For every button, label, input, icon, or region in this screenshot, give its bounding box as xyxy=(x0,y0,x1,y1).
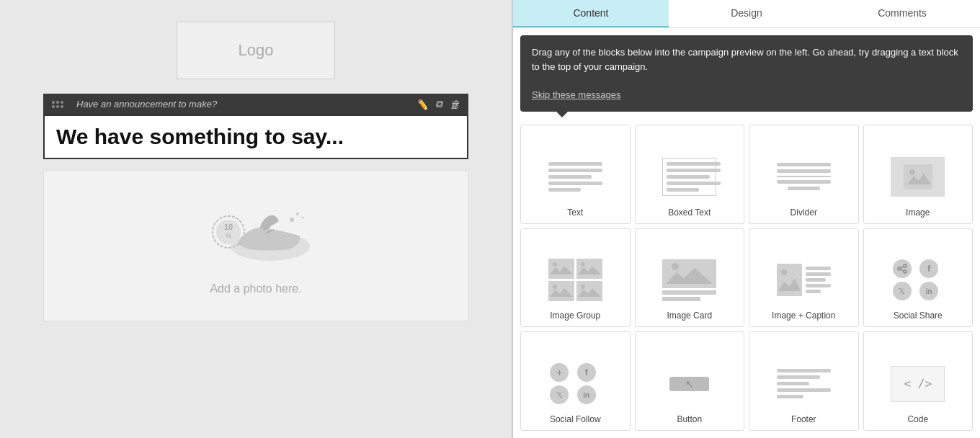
block-boxed-text-preview xyxy=(661,153,718,200)
block-image-caption-preview xyxy=(775,256,832,303)
linkedin-follow-icon: in xyxy=(577,385,596,404)
block-social-share[interactable]: f 𝕏 in Social Share xyxy=(863,228,974,328)
svg-point-19 xyxy=(581,285,585,289)
plus-icon: + xyxy=(550,363,569,382)
delete-icon[interactable]: 🗑 xyxy=(450,99,460,110)
block-boxed-text-label: Boxed Text xyxy=(668,207,710,218)
tooltip-box: Drag any of the blocks below into the ca… xyxy=(520,35,973,112)
svg-rect-14 xyxy=(576,259,602,279)
block-text-preview xyxy=(546,153,604,200)
text-block-content: We have something to say... xyxy=(43,115,468,159)
block-code-preview: < /> xyxy=(889,360,947,407)
svg-rect-16 xyxy=(548,281,574,301)
block-code[interactable]: < /> Code xyxy=(863,331,974,431)
cursor-icon: ↖ xyxy=(685,378,694,390)
svg-point-21 xyxy=(672,263,679,270)
block-button[interactable]: ↖ Button xyxy=(635,331,745,431)
share-icon xyxy=(893,259,912,278)
block-social-share-label: Social Share xyxy=(894,310,943,321)
image-placeholder-illustration: 10 % xyxy=(198,192,313,272)
logo-block: Logo xyxy=(177,22,335,79)
tab-design[interactable]: Design xyxy=(669,0,824,27)
image-placeholder-text: Add a photo here. xyxy=(210,282,301,295)
block-social-follow-preview: + f 𝕏 in xyxy=(546,360,604,407)
code-icon: < /> xyxy=(891,366,945,402)
svg-point-13 xyxy=(553,262,557,267)
block-divider-label: Divider xyxy=(790,207,817,218)
preview-panel: Logo Have an announcement to make? ✏️ ⧉ … xyxy=(0,0,512,438)
block-button-label: Button xyxy=(677,414,702,424)
svg-point-25 xyxy=(898,267,901,270)
block-divider[interactable]: Divider xyxy=(749,125,859,224)
linkedin-icon: in xyxy=(919,282,938,300)
facebook-follow-icon: f xyxy=(577,363,596,382)
tabs: Content Design Comments xyxy=(513,0,980,28)
svg-text:10: 10 xyxy=(224,223,233,231)
logo-text: Logo xyxy=(239,41,274,60)
block-footer-preview xyxy=(775,360,832,407)
image-placeholder-block: 10 % Add a photo here. xyxy=(43,170,468,321)
block-text[interactable]: Text xyxy=(520,125,631,224)
block-image-caption-label: Image + Caption xyxy=(772,310,835,321)
svg-point-15 xyxy=(581,262,585,267)
twitter-icon: 𝕏 xyxy=(893,282,912,300)
skip-link[interactable]: Skip these messages xyxy=(532,89,621,100)
block-image-card[interactable]: Image Card xyxy=(635,228,745,328)
block-social-share-preview: f 𝕏 in xyxy=(889,256,947,303)
block-image-caption[interactable]: Image + Caption xyxy=(749,228,859,328)
block-divider-preview xyxy=(775,153,832,200)
block-image-group-label: Image Group xyxy=(550,310,600,321)
block-image-group[interactable]: Image Group xyxy=(520,228,631,328)
svg-line-27 xyxy=(901,267,904,268)
svg-text:%: % xyxy=(226,232,231,239)
svg-point-7 xyxy=(290,218,294,222)
block-footer[interactable]: Footer xyxy=(749,331,859,431)
tab-content[interactable]: Content xyxy=(513,0,669,27)
svg-rect-22 xyxy=(777,264,802,296)
block-image-label: Image xyxy=(906,207,930,218)
right-panel: Content Design Comments Drag any of the … xyxy=(513,0,980,438)
toolbar-hint: Have an announcement to make? xyxy=(76,99,409,110)
blocks-grid: Text Boxed Text xyxy=(513,117,980,438)
svg-point-11 xyxy=(909,169,915,175)
block-social-follow[interactable]: + f 𝕏 in Social Follow xyxy=(520,331,631,431)
block-button-preview: ↖ xyxy=(661,360,718,407)
block-image-card-label: Image Card xyxy=(667,310,712,321)
toolbar-icons: ✏️ ⧉ 🗑 xyxy=(416,98,460,110)
svg-point-26 xyxy=(904,270,906,273)
tooltip-message: Drag any of the blocks below into the ca… xyxy=(532,45,961,73)
svg-point-23 xyxy=(781,269,787,275)
text-block-wrapper: Have an announcement to make? ✏️ ⧉ 🗑 We … xyxy=(43,94,468,159)
text-block-toolbar: Have an announcement to make? ✏️ ⧉ 🗑 xyxy=(43,94,468,115)
block-social-follow-label: Social Follow xyxy=(550,414,601,424)
block-code-label: Code xyxy=(907,414,928,424)
block-text-label: Text xyxy=(567,207,583,218)
text-block-heading: We have something to say... xyxy=(56,125,455,149)
block-image-group-preview xyxy=(546,256,604,303)
svg-point-17 xyxy=(553,285,557,289)
facebook-icon: f xyxy=(919,259,938,278)
edit-icon[interactable]: ✏️ xyxy=(416,99,428,110)
block-image-preview xyxy=(889,153,947,200)
tab-comments[interactable]: Comments xyxy=(824,0,980,27)
block-footer-label: Footer xyxy=(791,414,816,424)
block-boxed-text[interactable]: Boxed Text xyxy=(635,125,745,224)
block-image-card-preview xyxy=(661,256,718,303)
svg-rect-18 xyxy=(576,281,602,301)
svg-point-24 xyxy=(904,264,906,267)
copy-icon[interactable]: ⧉ xyxy=(435,98,442,110)
svg-line-28 xyxy=(901,269,904,271)
twitter-follow-icon: 𝕏 xyxy=(550,385,569,404)
svg-point-9 xyxy=(302,217,304,219)
svg-rect-10 xyxy=(904,164,932,189)
svg-point-8 xyxy=(296,213,299,215)
drag-handle[interactable] xyxy=(52,101,63,108)
svg-rect-12 xyxy=(548,259,574,279)
block-image[interactable]: Image xyxy=(863,125,974,224)
